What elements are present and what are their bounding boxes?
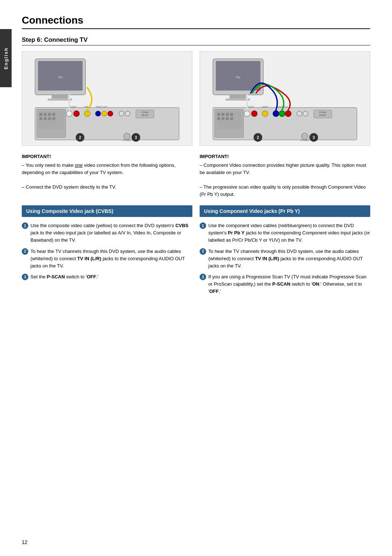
instr-num-right-2: 2: [200, 248, 206, 255]
diagram-row: TV AUDIO VIDEO VIDEO OUT: [22, 51, 370, 146]
instr-num-left-3: 3: [22, 274, 28, 280]
svg-rect-47: [230, 113, 233, 116]
svg-rect-50: [226, 117, 229, 120]
svg-text:AUDIO: AUDIO: [69, 106, 76, 108]
instr-text-right-3: If you are using a Progressive Scan TV (…: [208, 273, 370, 295]
svg-point-24: [108, 111, 113, 116]
instructions-left: 1 Use the composite video cable (yellow)…: [22, 222, 192, 299]
svg-text:P-SCAN: P-SCAN: [319, 112, 326, 113]
svg-text:ON  OFF: ON OFF: [142, 114, 148, 116]
svg-rect-48: [217, 117, 220, 120]
svg-point-59: [279, 111, 285, 117]
important-right-text: – Component Video connection provides hi…: [200, 162, 370, 198]
svg-rect-45: [221, 113, 224, 116]
svg-point-23: [102, 111, 107, 116]
svg-rect-51: [230, 117, 233, 120]
instr-num-left-1: 1: [22, 222, 28, 229]
svg-text:AUDIO: AUDIO: [247, 106, 254, 108]
svg-rect-8: [39, 113, 42, 116]
instr-right-3: 3 If you are using a Progressive Scan TV…: [200, 273, 370, 295]
important-right-label: IMPORTANT!: [200, 153, 370, 160]
important-right: IMPORTANT! – Component Video connection …: [200, 153, 370, 198]
step-heading: Step 6: Connecting TV: [22, 36, 370, 45]
important-row: IMPORTANT! – You only need to make one v…: [22, 153, 370, 198]
instr-num-left-2: 2: [22, 248, 28, 255]
svg-point-67: [302, 133, 308, 140]
svg-point-21: [84, 111, 90, 117]
svg-text:ON  OFF: ON OFF: [319, 114, 326, 116]
svg-point-22: [95, 111, 101, 116]
svg-rect-9: [44, 113, 46, 116]
svg-rect-43: [216, 111, 241, 129]
diagram-composite: TV AUDIO VIDEO VIDEO OUT: [22, 51, 192, 146]
instr-num-right-1: 1: [200, 222, 206, 229]
instr-left-1: 1 Use the composite video cable (yellow)…: [22, 222, 192, 244]
svg-point-60: [285, 111, 291, 117]
instr-text-right-1: Use the component video cables (red/blue…: [208, 222, 370, 244]
svg-point-20: [74, 111, 79, 117]
section-header-row: Using Composite Video jack (CVBS) Using …: [22, 205, 370, 217]
svg-text:TV: TV: [236, 75, 241, 79]
svg-text:VIDEO OUT: VIDEO OUT: [276, 106, 288, 108]
svg-point-56: [252, 111, 257, 117]
svg-text:VIDEO OUT: VIDEO OUT: [96, 106, 108, 108]
svg-rect-15: [52, 117, 55, 120]
svg-text:TV: TV: [58, 75, 63, 79]
svg-rect-46: [226, 113, 229, 116]
svg-rect-13: [44, 117, 46, 120]
svg-point-62: [303, 111, 308, 116]
important-left: IMPORTANT! – You only need to make one v…: [22, 153, 192, 198]
svg-text:3: 3: [313, 135, 315, 140]
instruction-row: 1 Use the composite video cable (yellow)…: [22, 222, 370, 299]
svg-point-25: [119, 111, 124, 116]
svg-point-26: [125, 111, 130, 116]
svg-point-19: [66, 111, 72, 117]
svg-rect-44: [217, 113, 220, 116]
instr-text-left-3: Set the P-SCAN switch to 'OFF.': [30, 273, 192, 281]
svg-text:P-SCAN: P-SCAN: [142, 112, 148, 113]
svg-rect-38: [229, 95, 246, 98]
svg-rect-14: [48, 117, 51, 120]
svg-rect-12: [39, 117, 42, 120]
svg-rect-39: [225, 98, 250, 101]
section-header-right: Using Component Video jacks (Pr Pb Y): [200, 205, 370, 217]
instr-text-right-2: To hear the TV channels through this DVD…: [208, 248, 370, 270]
instr-text-left-2: To hear the TV channels through this DVD…: [30, 248, 192, 270]
sidebar-language: English: [0, 29, 12, 87]
svg-text:VIDEO: VIDEO: [262, 106, 269, 108]
svg-text:2: 2: [79, 135, 81, 140]
svg-rect-7: [38, 111, 64, 129]
instr-num-right-3: 3: [200, 274, 206, 280]
instr-left-3: 3 Set the P-SCAN switch to 'OFF.': [22, 273, 192, 281]
svg-text:3: 3: [135, 135, 137, 140]
svg-rect-11: [52, 113, 55, 116]
instructions-right: 1 Use the component video cables (red/bl…: [200, 222, 370, 299]
svg-point-58: [273, 111, 279, 117]
svg-point-31: [124, 133, 130, 140]
page-title: Connections: [22, 15, 370, 29]
sidebar-label: English: [3, 47, 9, 69]
instr-right-2: 2 To hear the TV channels through this D…: [200, 248, 370, 270]
svg-point-57: [262, 111, 268, 117]
instr-right-1: 1 Use the component video cables (red/bl…: [200, 222, 370, 244]
svg-rect-10: [48, 113, 51, 116]
svg-rect-2: [52, 95, 68, 98]
svg-text:2: 2: [257, 135, 259, 140]
svg-point-61: [297, 111, 302, 116]
section-header-left: Using Composite Video jack (CVBS): [22, 205, 192, 217]
instr-left-2: 2 To hear the TV channels through this D…: [22, 248, 192, 270]
important-left-text: – You only need to make one video connec…: [22, 162, 192, 191]
diagram-component: TV AUDIO VIDEO VIDEO OUT: [200, 51, 370, 146]
important-left-label: IMPORTANT!: [22, 153, 192, 160]
svg-rect-3: [48, 98, 72, 101]
svg-rect-49: [221, 117, 224, 120]
page-number: 12: [22, 539, 28, 545]
svg-point-55: [244, 111, 250, 117]
instr-text-left-1: Use the composite video cable (yellow) t…: [30, 222, 192, 244]
